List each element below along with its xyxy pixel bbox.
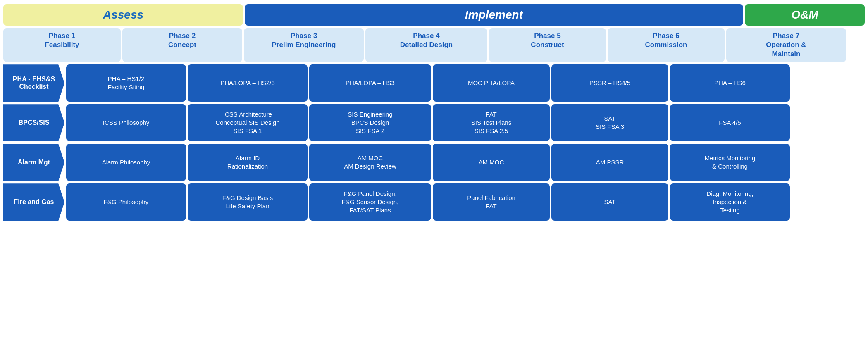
cell-bpcs-5: FATSIS Test PlansSIS FSA 2.5 <box>433 104 550 141</box>
cell-alarm-5: AM MOC <box>433 144 550 181</box>
cell-bpcs-6: SATSIS FSA 3 <box>551 104 668 141</box>
cell-bpcs-7: FSA 4/5 <box>670 104 790 141</box>
cell-alarm-6: AM PSSR <box>551 144 668 181</box>
cell-fg-7: Diag. Monitoring,Inspection &Testing <box>670 183 790 221</box>
cell-pha-2: PHA – HS1/2Facility Siting <box>66 64 186 102</box>
cell-fg-5: Panel FabricationFAT <box>433 183 550 221</box>
cell-alarm-3: Alarm IDRationalization <box>188 144 308 181</box>
header-row: Assess Implement O&M <box>3 4 865 26</box>
header-implement: Implement <box>245 4 743 26</box>
cell-alarm-2: Alarm Philosophy <box>66 144 186 181</box>
row-alarm: Alarm Mgt Alarm Philosophy Alarm IDRatio… <box>3 144 865 181</box>
header-assess: Assess <box>3 4 243 26</box>
cell-bpcs-3: ICSS ArchitectureConceptual SIS DesignSI… <box>188 104 308 141</box>
row-label-fg: Fire and Gas <box>3 183 64 221</box>
cell-pha-6: PSSR – HS4/5 <box>551 64 668 102</box>
om-label: O&M <box>791 8 818 21</box>
cell-fg-3: F&G Design BasisLife Safety Plan <box>188 183 308 221</box>
cell-fg-2: F&G Philosophy <box>66 183 186 221</box>
implement-label: Implement <box>465 8 523 21</box>
main-container: Assess Implement O&M Phase 1Feasibility … <box>0 0 868 225</box>
cell-bpcs-4: SIS EngineeringBPCS DesignSIS FSA 2 <box>309 104 431 141</box>
row-label-bpcs: BPCS/SIS <box>3 104 64 141</box>
phase-1-box: Phase 1Feasibility <box>3 28 121 62</box>
cell-pha-7: PHA – HS6 <box>670 64 790 102</box>
cell-fg-4: F&G Panel Design,F&G Sensor Design,FAT/S… <box>309 183 431 221</box>
header-om: O&M <box>745 4 865 26</box>
row-bpcs: BPCS/SIS ICSS Philosophy ICSS Architectu… <box>3 104 865 141</box>
phase-row: Phase 1Feasibility Phase 2Concept Phase … <box>3 28 865 62</box>
row-label-pha: PHA - EHS&S Checklist <box>3 64 64 102</box>
row-pha: PHA - EHS&S Checklist PHA – HS1/2Facilit… <box>3 64 865 102</box>
cell-alarm-7: Metrics Monitoring& Controlling <box>670 144 790 181</box>
phase-2-box: Phase 2Concept <box>122 28 242 62</box>
phase-4-box: Phase 4Detailed Design <box>365 28 487 62</box>
cell-pha-4: PHA/LOPA – HS3 <box>309 64 431 102</box>
cell-bpcs-2: ICSS Philosophy <box>66 104 186 141</box>
cell-alarm-4: AM MOCAM Design Review <box>309 144 431 181</box>
phase-3-box: Phase 3Prelim Engineering <box>244 28 364 62</box>
phase-6-box: Phase 6Commission <box>608 28 725 62</box>
phase-7-box: Phase 7Operation &Maintain <box>726 28 846 62</box>
row-label-alarm: Alarm Mgt <box>3 144 64 181</box>
cell-pha-3: PHA/LOPA – HS2/3 <box>188 64 308 102</box>
assess-label: Assess <box>103 8 143 21</box>
phase-5-box: Phase 5Construct <box>489 28 606 62</box>
row-fg: Fire and Gas F&G Philosophy F&G Design B… <box>3 183 865 221</box>
content-rows: PHA - EHS&S Checklist PHA – HS1/2Facilit… <box>3 64 865 221</box>
cell-fg-6: SAT <box>551 183 668 221</box>
cell-pha-5: MOC PHA/LOPA <box>433 64 550 102</box>
